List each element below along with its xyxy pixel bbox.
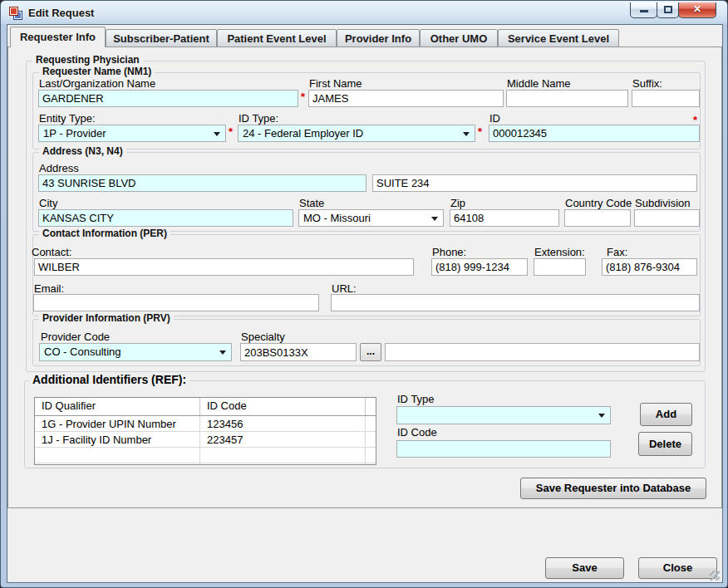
url-label: URL: bbox=[332, 282, 357, 295]
cell-id-qualifier: 1J - Facility ID Number bbox=[35, 432, 199, 447]
additional-identifiers-table[interactable]: ID Qualifier ID Code 1G - Provider UPIN … bbox=[34, 397, 376, 465]
specialty-field[interactable] bbox=[240, 343, 357, 361]
column-header-id-qualifier: ID Qualifier bbox=[35, 398, 199, 415]
tab-service-event-level[interactable]: Service Event Level bbox=[498, 29, 619, 47]
specialty-label: Specialty bbox=[241, 331, 285, 343]
save-requester-into-database-button[interactable]: Save Requester into Database bbox=[520, 478, 706, 499]
additional-identifiers-title: Additional Identifiers (REF): bbox=[29, 373, 189, 386]
zip-label: Zip bbox=[450, 197, 465, 209]
table-row-empty bbox=[35, 463, 376, 465]
id-type-required-asterisk: * bbox=[478, 125, 482, 138]
provider-code-select[interactable]: CO - Consulting bbox=[39, 343, 232, 361]
group-title-provider-information: Provider Information (PRV) bbox=[39, 312, 174, 324]
subdivision-label: Subdivision bbox=[635, 197, 691, 209]
add-button[interactable]: Add bbox=[640, 403, 692, 426]
cell-id-code: 123456 bbox=[199, 416, 365, 431]
tab-other-umo[interactable]: Other UMO bbox=[420, 29, 498, 47]
group-title-requester-name: Requester Name (NM1) bbox=[39, 66, 155, 77]
resize-grip[interactable] bbox=[710, 571, 720, 581]
contact-label: Contact: bbox=[32, 246, 71, 258]
provider-code-value: CO - Consulting bbox=[44, 345, 121, 358]
country-code-field[interactable] bbox=[564, 209, 631, 227]
country-code-label: Country Code bbox=[565, 197, 632, 209]
table-header-row: ID Qualifier ID Code bbox=[35, 398, 376, 416]
tab-patient-event-level[interactable]: Patient Event Level bbox=[217, 29, 337, 47]
specialty-description-field[interactable] bbox=[385, 343, 700, 361]
email-field[interactable] bbox=[33, 294, 319, 311]
fax-label: Fax: bbox=[607, 246, 627, 258]
entity-type-value: 1P - Provider bbox=[43, 127, 106, 140]
id-type-label: ID Type: bbox=[239, 112, 278, 125]
table-row[interactable]: 1G - Provider UPIN Number 123456 bbox=[35, 416, 376, 432]
group-title-address: Address (N3, N4) bbox=[39, 145, 126, 157]
tab-requester-info[interactable]: Requester Info bbox=[10, 27, 106, 47]
address-line2-field[interactable] bbox=[372, 174, 697, 192]
cell-id-code: 223457 bbox=[199, 432, 365, 447]
state-select[interactable]: MO - Missouri bbox=[298, 209, 444, 227]
email-label: Email: bbox=[34, 282, 64, 295]
app-icon-red-square bbox=[9, 7, 18, 16]
city-label: City bbox=[39, 197, 57, 209]
tab-subscriber-patient[interactable]: Subscriber-Patient bbox=[106, 29, 217, 47]
entity-type-label: Entity Type: bbox=[39, 112, 96, 125]
state-label: State bbox=[299, 197, 324, 209]
address-label: Address bbox=[39, 162, 79, 174]
first-name-label: First Name bbox=[309, 77, 362, 90]
suffix-label: Suffix: bbox=[632, 77, 662, 90]
table-row[interactable]: 1J - Facility ID Number 223457 bbox=[35, 432, 376, 448]
chevron-down-icon bbox=[214, 132, 220, 136]
extension-label: Extension: bbox=[534, 246, 585, 258]
save-button[interactable]: Save bbox=[545, 557, 624, 579]
column-header-spacer bbox=[365, 398, 376, 415]
extension-field[interactable] bbox=[534, 258, 586, 276]
chevron-down-icon bbox=[431, 217, 438, 221]
table-row-empty bbox=[35, 448, 376, 463]
first-name-field[interactable] bbox=[308, 90, 504, 107]
group-title-requesting-physician: Requesting Physician bbox=[32, 54, 143, 66]
city-field[interactable] bbox=[38, 209, 293, 227]
entity-type-required-asterisk: * bbox=[229, 125, 233, 138]
column-header-id-code: ID Code bbox=[199, 398, 365, 415]
entity-type-select[interactable]: 1P - Provider bbox=[38, 125, 226, 142]
phone-label: Phone: bbox=[432, 246, 466, 258]
suffix-field[interactable] bbox=[632, 90, 700, 107]
window-title: Edit Request bbox=[28, 7, 94, 19]
middle-name-field[interactable] bbox=[506, 90, 628, 107]
last-org-required-asterisk: * bbox=[301, 91, 305, 103]
state-value: MO - Missouri bbox=[303, 212, 371, 224]
title-bar[interactable]: Edit Request ✕ bbox=[1, 1, 727, 24]
fax-field[interactable] bbox=[602, 258, 697, 276]
chevron-down-icon bbox=[598, 414, 605, 418]
delete-button[interactable]: Delete bbox=[638, 432, 692, 456]
specialty-browse-button[interactable]: ... bbox=[360, 343, 381, 361]
group-title-contact-information: Contact Information (PER) bbox=[39, 228, 170, 239]
close-dialog-button[interactable]: Close bbox=[638, 557, 717, 579]
contact-field[interactable] bbox=[34, 258, 414, 276]
id-type-select[interactable]: 24 - Federal Employer ID bbox=[238, 125, 475, 142]
ref-id-type-label: ID Type bbox=[397, 393, 435, 405]
maximize-button[interactable] bbox=[657, 2, 679, 18]
close-button[interactable]: ✕ bbox=[678, 2, 716, 18]
minimize-button[interactable] bbox=[630, 2, 657, 18]
tab-provider-info[interactable]: Provider Info bbox=[337, 29, 420, 47]
ref-id-type-select[interactable] bbox=[396, 406, 611, 424]
address-line1-field[interactable] bbox=[38, 174, 366, 192]
ref-id-code-label: ID Code bbox=[397, 426, 437, 439]
url-field[interactable] bbox=[331, 294, 700, 311]
ref-id-code-field[interactable] bbox=[396, 440, 611, 458]
edit-request-dialog: Edit Request ✕ Requester Info Subscriber… bbox=[0, 0, 728, 588]
close-icon: ✕ bbox=[679, 2, 716, 17]
id-required-asterisk: * bbox=[693, 114, 697, 126]
provider-code-label: Provider Code bbox=[41, 331, 110, 343]
phone-field[interactable] bbox=[431, 258, 528, 276]
subdivision-field[interactable] bbox=[634, 209, 700, 227]
id-field[interactable] bbox=[489, 125, 700, 142]
chevron-down-icon bbox=[463, 132, 470, 136]
maximize-icon bbox=[664, 6, 672, 13]
last-org-name-field[interactable] bbox=[38, 90, 298, 107]
cell-id-qualifier: 1G - Provider UPIN Number bbox=[35, 416, 199, 431]
zip-field[interactable] bbox=[450, 209, 559, 227]
app-icon[interactable] bbox=[9, 7, 22, 20]
id-label: ID bbox=[489, 112, 500, 125]
chevron-down-icon bbox=[219, 350, 226, 355]
